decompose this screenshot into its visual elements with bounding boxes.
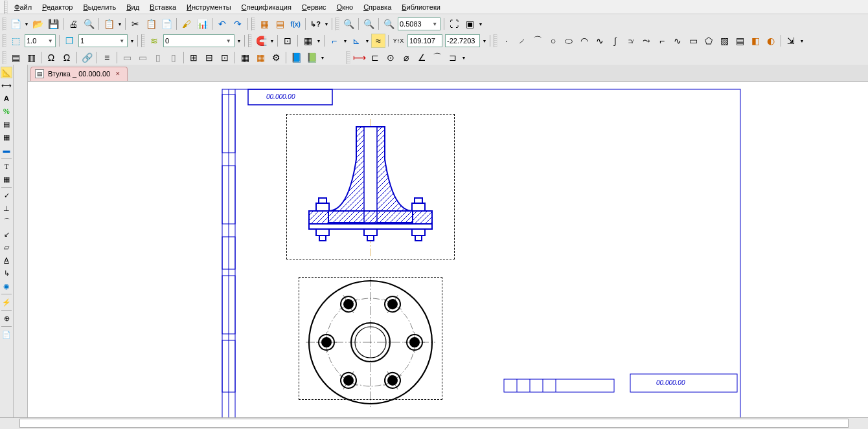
omega2-icon[interactable]: Ω bbox=[60, 50, 74, 65]
save-icon[interactable]: 💾 bbox=[46, 17, 60, 31]
book2-icon[interactable]: 📗 bbox=[304, 50, 319, 65]
zoom-fit-icon[interactable]: ▣ bbox=[463, 17, 477, 31]
dim-angle-icon[interactable]: ∠ bbox=[415, 50, 429, 65]
hatch-tool-icon[interactable]: ▨ bbox=[717, 34, 731, 48]
open-icon[interactable]: 📂 bbox=[30, 17, 45, 31]
menu-help[interactable]: Справка bbox=[358, 2, 396, 12]
spline-multi-icon[interactable]: ∿ bbox=[670, 34, 685, 48]
curves-dropdown[interactable]: ▼ bbox=[799, 34, 805, 48]
copy-icon[interactable]: 📋 bbox=[144, 17, 158, 31]
break-icon[interactable]: ⇲ bbox=[784, 34, 798, 48]
dim-diam-icon[interactable]: ⌀ bbox=[399, 50, 413, 65]
fx-icon[interactable]: f(x) bbox=[288, 17, 303, 31]
coord-y[interactable] bbox=[445, 34, 480, 47]
layer-combo[interactable]: ▼ bbox=[163, 34, 234, 47]
zoom-dropdown[interactable]: ▼ bbox=[477, 17, 484, 31]
cut-tab-icon[interactable]: A bbox=[1, 254, 12, 266]
preview-icon[interactable]: 📋 bbox=[102, 17, 116, 31]
new-dropdown[interactable]: ▼ bbox=[23, 17, 30, 31]
spec-dropdown[interactable]: ▼ bbox=[319, 50, 326, 65]
state-input[interactable] bbox=[80, 37, 118, 45]
table-icon[interactable]: ⊞ bbox=[187, 50, 201, 65]
text-tab-icon[interactable]: A bbox=[1, 93, 12, 104]
coord-tab-icon[interactable]: ⊕ bbox=[1, 313, 12, 324]
snap-end-icon[interactable]: ⊡ bbox=[280, 34, 295, 48]
redo-icon[interactable]: ↷ bbox=[231, 17, 245, 31]
cut-icon[interactable]: ✂ bbox=[128, 17, 143, 31]
grip[interactable] bbox=[251, 17, 255, 30]
layer-input[interactable] bbox=[165, 37, 225, 45]
sheet-icon[interactable]: ▦ bbox=[238, 50, 252, 65]
spline-point-icon[interactable]: · bbox=[499, 34, 514, 48]
undo-icon[interactable]: ↶ bbox=[215, 17, 229, 31]
menu-specification[interactable]: Спецификация bbox=[236, 2, 297, 12]
leader-tab-icon[interactable]: ↙ bbox=[1, 228, 12, 240]
new-document-icon[interactable]: 📄 bbox=[8, 17, 23, 31]
dim-linear-icon[interactable]: ⟼ bbox=[352, 50, 367, 65]
settings-icon[interactable]: ⚙ bbox=[269, 50, 283, 65]
layer-dropdown[interactable]: ▼ bbox=[236, 34, 242, 48]
ortho-drawing-icon[interactable]: ⊾ bbox=[349, 34, 363, 48]
dim-arc-icon[interactable]: ⌒ bbox=[430, 50, 444, 65]
symbols-tab-icon[interactable]: % bbox=[1, 105, 12, 117]
zoom-combo[interactable]: ▼ bbox=[398, 17, 440, 30]
coord-dropdown[interactable]: ▼ bbox=[481, 34, 488, 48]
spec2-icon[interactable]: ▥ bbox=[24, 50, 38, 65]
spec-tab-icon[interactable]: ▦ bbox=[1, 173, 12, 185]
dimensions-tab-icon[interactable]: ⟷ bbox=[1, 80, 12, 91]
macro-tab-icon[interactable]: ⚡ bbox=[1, 296, 12, 308]
state-dropdown[interactable]: ▼ bbox=[129, 34, 135, 48]
table2-icon[interactable]: ⊟ bbox=[202, 50, 216, 65]
edit-tab-icon[interactable]: ▤ bbox=[1, 118, 12, 130]
print-preview-icon[interactable]: 🔍 bbox=[82, 17, 96, 31]
grid-icon[interactable]: ▦ bbox=[301, 34, 315, 48]
zoom-input[interactable] bbox=[400, 20, 431, 28]
coord-x[interactable] bbox=[407, 34, 442, 47]
row2-icon[interactable]: ▭ bbox=[135, 50, 150, 65]
dim-dropdown[interactable]: ▼ bbox=[461, 50, 467, 65]
params-tab-icon[interactable]: ▦ bbox=[1, 131, 12, 143]
paste-icon[interactable]: 📄 bbox=[159, 17, 174, 31]
menu-service[interactable]: Сервис bbox=[297, 2, 332, 12]
build-tab-icon[interactable]: ◉ bbox=[1, 280, 12, 292]
polygon-icon[interactable]: ⬠ bbox=[702, 34, 716, 48]
close-icon[interactable]: ✕ bbox=[114, 70, 122, 78]
zoom-out-icon[interactable]: 🔍 bbox=[361, 17, 376, 31]
document-tab[interactable]: ▤ Втулка _ 00.000.00 ✕ bbox=[30, 67, 128, 81]
menu-editor[interactable]: Редактор bbox=[37, 2, 78, 12]
omega-icon[interactable]: Ω bbox=[44, 50, 58, 65]
spline-circle-icon[interactable]: ○ bbox=[546, 34, 560, 48]
menu-grip[interactable] bbox=[4, 1, 8, 14]
grip[interactable] bbox=[3, 51, 6, 64]
equi-icon[interactable]: ◐ bbox=[764, 34, 778, 48]
cs-dd[interactable]: ▼ bbox=[342, 34, 348, 48]
od-dd[interactable]: ▼ bbox=[364, 34, 371, 48]
select-tab-icon[interactable]: T bbox=[1, 160, 12, 172]
drawing-canvas[interactable]: 00.000.00 00.000.00 bbox=[28, 82, 868, 417]
grip[interactable] bbox=[3, 34, 6, 47]
dim-chain-icon[interactable]: ⊐ bbox=[446, 50, 460, 65]
print-icon[interactable]: 🖨 bbox=[66, 17, 80, 31]
variables-icon[interactable]: ▤ bbox=[273, 17, 287, 31]
grip[interactable] bbox=[248, 34, 252, 47]
spline-line-icon[interactable]: ⟋ bbox=[515, 34, 529, 48]
manager-icon[interactable]: ▦ bbox=[257, 17, 271, 31]
grip[interactable] bbox=[347, 51, 350, 64]
spline-nurbs-icon[interactable]: ∫ bbox=[608, 34, 622, 48]
sheet2-icon[interactable]: ▦ bbox=[253, 50, 268, 65]
scale-combo[interactable]: ▼ bbox=[25, 34, 56, 47]
menu-insert[interactable]: Вставка bbox=[144, 2, 181, 12]
round-icon[interactable]: ≈ bbox=[371, 34, 385, 48]
spline-wave-icon[interactable]: ∿ bbox=[593, 34, 607, 48]
snap-dropdown[interactable]: ▼ bbox=[269, 34, 275, 48]
rough-tab-icon[interactable]: ✓ bbox=[1, 190, 12, 201]
sort-icon[interactable]: ≡ bbox=[100, 50, 114, 65]
view-tab-icon[interactable]: ▱ bbox=[1, 241, 12, 253]
spline-arc-icon[interactable]: ⌒ bbox=[531, 34, 545, 48]
menu-libraries[interactable]: Библиотеки bbox=[396, 2, 446, 12]
grip[interactable] bbox=[494, 34, 497, 47]
coord-x-input[interactable] bbox=[409, 37, 440, 45]
zoom-window-icon[interactable]: ⛶ bbox=[447, 17, 461, 31]
spline-ellipse-icon[interactable]: ⬭ bbox=[562, 34, 576, 48]
dim-radial-icon[interactable]: ⊙ bbox=[383, 50, 398, 65]
